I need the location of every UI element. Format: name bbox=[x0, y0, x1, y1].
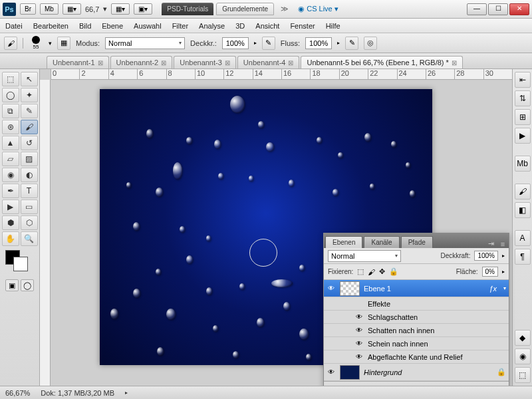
collapse-icon[interactable]: ⇤ bbox=[515, 72, 531, 88]
quickmask-mode-icon[interactable]: ◯ bbox=[21, 279, 34, 291]
menu-auswahl[interactable]: Auswahl bbox=[134, 22, 162, 30]
menu-3d[interactable]: 3D bbox=[235, 22, 245, 30]
paragraph-panel-icon[interactable]: ¶ bbox=[515, 249, 531, 265]
visibility-icon[interactable] bbox=[354, 299, 364, 309]
menu-ansicht[interactable]: Ansicht bbox=[255, 22, 279, 30]
fill-input[interactable]: 0% bbox=[482, 267, 498, 277]
3d-camera-tool[interactable]: ⬡ bbox=[21, 215, 38, 230]
layers-panel-icon[interactable]: ◆ bbox=[515, 330, 531, 346]
bridge-button[interactable]: Br bbox=[20, 3, 36, 15]
layer-row[interactable]: 👁Schatten nach innen bbox=[324, 324, 509, 337]
magic-wand-tool[interactable]: ✦ bbox=[21, 88, 38, 102]
actions-panel-icon[interactable]: ⊞ bbox=[515, 109, 531, 125]
opacity-input[interactable]: 100% bbox=[222, 37, 249, 49]
channels-panel-icon[interactable]: ◉ bbox=[515, 348, 531, 364]
lock-pixels-icon[interactable]: 🖌 bbox=[368, 268, 375, 276]
close-button[interactable]: ✕ bbox=[509, 3, 529, 15]
close-tab-icon[interactable]: ⊠ bbox=[288, 59, 293, 66]
move-tool[interactable]: ⬚ bbox=[2, 72, 19, 86]
menu-bild[interactable]: Bild bbox=[79, 22, 91, 30]
visibility-icon[interactable]: 👁 bbox=[354, 313, 364, 322]
menu-filter[interactable]: Filter bbox=[172, 22, 188, 30]
view-extras-button[interactable]: ▦▾ bbox=[63, 3, 81, 15]
clone-stamp-tool[interactable]: ▲ bbox=[2, 136, 19, 150]
zoom-tool[interactable]: 🔍 bbox=[21, 231, 38, 246]
fx-badge[interactable]: ƒx bbox=[489, 285, 497, 293]
layer-row[interactable]: 👁Hintergrund🔒 bbox=[324, 364, 509, 381]
character-panel-icon[interactable]: A bbox=[515, 230, 531, 246]
3d-tool[interactable]: ⬢ bbox=[2, 215, 19, 230]
tab-layers[interactable]: Ebenen bbox=[325, 236, 362, 248]
standard-mode-icon[interactable]: ▣ bbox=[5, 279, 19, 291]
move-tool-arrow[interactable]: ↖ bbox=[21, 72, 38, 86]
doc-tab[interactable]: Unbenannt-5 bei 66,7% (Ebene 1, RGB/8) *… bbox=[301, 56, 462, 68]
menu-analyse[interactable]: Analyse bbox=[199, 22, 225, 30]
layer-thumbnail[interactable] bbox=[340, 365, 360, 380]
menu-hilfe[interactable]: Hilfe bbox=[326, 22, 340, 30]
visibility-icon[interactable]: 👁 bbox=[354, 352, 364, 362]
visibility-icon[interactable]: 👁 bbox=[354, 326, 364, 335]
status-docsize[interactable]: Dok: 1,37 MB/3,20 MB bbox=[41, 389, 114, 397]
type-tool[interactable]: T bbox=[21, 184, 38, 198]
visibility-icon[interactable]: 👁 bbox=[327, 368, 336, 377]
layer-row[interactable]: 👁Abgeflachte Kante und Relief bbox=[324, 350, 509, 364]
lock-transparency-icon[interactable]: ⬚ bbox=[357, 267, 364, 276]
collapse-panel-icon[interactable]: ⇥ bbox=[485, 239, 497, 248]
menu-bearbeiten[interactable]: Bearbeiten bbox=[33, 22, 68, 30]
minibridge-button[interactable]: Mb bbox=[40, 3, 59, 15]
maximize-button[interactable]: ☐ bbox=[488, 3, 508, 15]
more-workspaces-icon[interactable]: ≫ bbox=[281, 5, 289, 13]
eraser-tool[interactable]: ▱ bbox=[2, 152, 19, 166]
layer-thumbnail[interactable] bbox=[340, 281, 360, 296]
menu-datei[interactable]: Datei bbox=[5, 22, 23, 30]
tab-paths[interactable]: Pfade bbox=[401, 236, 433, 248]
close-tab-icon[interactable]: ⊠ bbox=[452, 59, 457, 66]
layer-row[interactable]: 👁Schein nach innen bbox=[324, 337, 509, 350]
lasso-tool[interactable]: ◯ bbox=[2, 88, 19, 102]
brush-tool[interactable]: 🖌 bbox=[21, 120, 38, 134]
hand-tool[interactable]: ✋ bbox=[2, 231, 19, 246]
visibility-icon[interactable]: 👁 bbox=[327, 284, 336, 293]
minibridge-panel-icon[interactable]: Mb bbox=[515, 156, 531, 172]
cslive-button[interactable]: ◉ CS Live ▾ bbox=[298, 5, 338, 13]
dodge-tool[interactable]: ◐ bbox=[21, 168, 38, 182]
tab-channels[interactable]: Kanäle bbox=[364, 236, 399, 248]
brush-tool-icon[interactable]: 🖌 bbox=[4, 37, 17, 50]
lock-all-icon[interactable]: 🔒 bbox=[389, 267, 398, 276]
gradient-tool[interactable]: ▨ bbox=[21, 152, 38, 166]
healing-brush-tool[interactable]: ⊛ bbox=[2, 120, 19, 134]
color-swatches[interactable] bbox=[0, 250, 39, 270]
screenmode-button[interactable]: ▣▾ bbox=[134, 3, 152, 15]
tablet-pressure-icon[interactable]: ◎ bbox=[364, 37, 377, 50]
arrange-button[interactable]: ▦▾ bbox=[111, 3, 130, 15]
pen-tool[interactable]: ✒ bbox=[2, 184, 19, 198]
layer-row[interactable]: 👁Schlagschatten bbox=[324, 311, 509, 324]
close-tab-icon[interactable]: ⊠ bbox=[98, 59, 103, 66]
status-zoom[interactable]: 66,67% bbox=[5, 389, 30, 397]
brush-panel-icon[interactable]: ▦ bbox=[57, 37, 70, 50]
path-select-tool[interactable]: ▶ bbox=[2, 200, 19, 214]
brushes-panel-icon[interactable]: 🖌 bbox=[515, 184, 531, 200]
minimize-button[interactable]: — bbox=[467, 3, 487, 15]
airbrush-icon[interactable]: ✎ bbox=[345, 37, 358, 50]
paths-panel-icon[interactable]: ⬚ bbox=[515, 367, 531, 383]
shape-tool[interactable]: ▭ bbox=[21, 200, 38, 214]
layer-row[interactable]: 👁Ebene 1ƒx▾ bbox=[324, 280, 509, 297]
doc-tab[interactable]: Unbenannt-4⊠ bbox=[237, 56, 300, 68]
menu-fenster[interactable]: Fenster bbox=[290, 22, 315, 30]
crop-tool[interactable]: ⧉ bbox=[2, 104, 19, 118]
eyedropper-tool[interactable]: ✎ bbox=[21, 104, 38, 118]
opacity-pressure-icon[interactable]: ✎ bbox=[262, 37, 275, 50]
panel-menu-icon[interactable]: ≡ bbox=[497, 240, 509, 248]
close-tab-icon[interactable]: ⊠ bbox=[225, 59, 230, 66]
doc-tab[interactable]: Unbenannt-1⊠ bbox=[47, 56, 109, 68]
history-panel-icon[interactable]: ⇅ bbox=[515, 90, 531, 106]
brush-preset[interactable]: 55 bbox=[29, 36, 43, 51]
flow-input[interactable]: 100% bbox=[305, 37, 332, 49]
doc-tab[interactable]: Unbenannt-2⊠ bbox=[110, 56, 173, 68]
menu-ebene[interactable]: Ebene bbox=[102, 22, 123, 30]
history-brush-tool[interactable]: ↺ bbox=[21, 136, 38, 150]
workspace-grundelemente[interactable]: Grundelemente bbox=[216, 3, 274, 15]
doc-tab[interactable]: Unbenannt-3⊠ bbox=[174, 56, 236, 68]
layer-opacity-input[interactable]: 100% bbox=[474, 251, 498, 261]
